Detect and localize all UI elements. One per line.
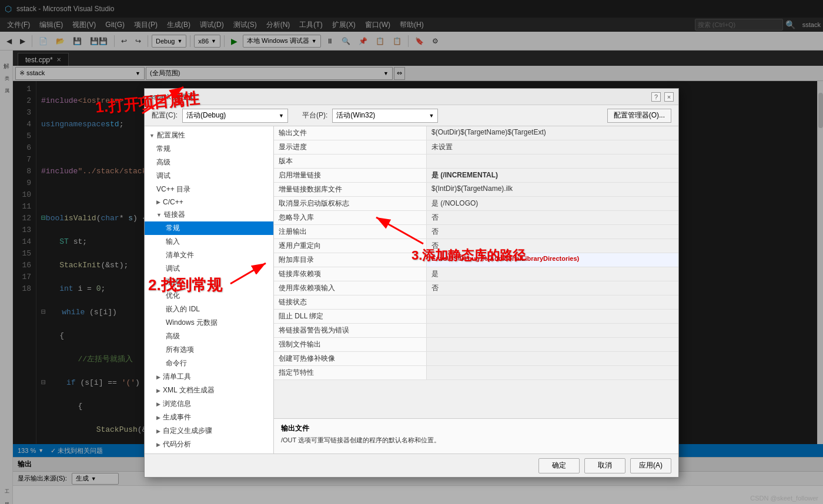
expand-arrow3: ▼	[156, 212, 162, 218]
config-label: 配置(C):	[152, 110, 178, 120]
prop-row-show-progress: 显示进度 未设置	[274, 140, 678, 154]
tree-item-idl[interactable]: 嵌入的 IDL	[145, 303, 273, 316]
platform-dropdown2[interactable]: 活动(Win32) ▼	[332, 109, 438, 123]
tree-item-system[interactable]: 系统	[145, 275, 273, 289]
expand-arrow2: ▶	[156, 199, 160, 205]
tree-item-linker-debug[interactable]: 调试	[145, 262, 273, 275]
prop-row-ilk: 增量链接数据库文件 $(IntDir)$(TargetName).ilk	[274, 183, 678, 197]
prop-row-incremental: 启用增量链接 是 (/INCREMENTAL)	[274, 169, 678, 183]
prop-row-ignore-import: 忽略导入库 否	[274, 211, 678, 225]
platform-label: 平台(P):	[302, 110, 327, 120]
expand-arrow5: ▶	[156, 388, 160, 394]
props-grid: 输出文件 $(OutDir)$(TargetName)$(TargetExt) …	[274, 126, 678, 418]
ok-button[interactable]: 确定	[538, 458, 580, 473]
tree-item-all-options[interactable]: 所有选项	[145, 343, 273, 357]
prop-row-section: 指定节特性	[274, 366, 678, 380]
expand-arrow6: ▶	[156, 401, 160, 407]
prop-row-lib-dirs[interactable]: 附加库目录 E:\vs\DS\Debug;%(AdditionalLibrary…	[274, 253, 678, 267]
tree-item-manifest[interactable]: 清单文件	[145, 248, 273, 262]
expand-arrow: ▼	[149, 133, 155, 139]
tree-item-xml-gen[interactable]: ▶ XML 文档生成器	[145, 384, 273, 397]
dialog-controls: ? ×	[651, 92, 674, 102]
prop-row-nologo: 取消显示启动版权标志 是 (/NOLOGO)	[274, 197, 678, 211]
prop-row-output-file: 输出文件 $(OutDir)$(TargetName)$(TargetExt)	[274, 126, 678, 140]
props-panel: 输出文件 $(OutDir)$(TargetName)$(TargetExt) …	[274, 126, 678, 453]
prop-row-warn-as-error: 将链接器警告视为错误	[274, 324, 678, 338]
dialog-body: ▼ 配置属性 常规 高级 调试 VC++ 目录 ▶ C/C++	[145, 126, 678, 453]
tree-panel[interactable]: ▼ 配置属性 常规 高级 调试 VC++ 目录 ▶ C/C++	[145, 126, 274, 453]
chevron-down-icon9: ▼	[429, 113, 434, 119]
prop-row-hotpatch: 创建可热修补映像	[274, 352, 678, 366]
expand-arrow9: ▶	[156, 442, 160, 448]
prop-row-prevent-dll: 阻止 DLL 绑定	[274, 310, 678, 324]
prop-row-link-deps: 链接库依赖项 是	[274, 267, 678, 281]
tree-item-vc-dirs[interactable]: VC++ 目录	[145, 183, 273, 196]
prop-row-register-output: 注册输出 否	[274, 225, 678, 239]
dialog-footer: 确定 取消 应用(A)	[145, 453, 678, 477]
tree-item-linker-advanced[interactable]: 高级	[145, 330, 273, 343]
prop-row-per-user: 逐用户重定向 否	[274, 239, 678, 253]
tree-item-linker-general[interactable]: 常规	[145, 221, 273, 235]
tree-item-cmdline[interactable]: 命令行	[145, 357, 273, 370]
prop-row-link-status: 链接状态	[274, 295, 678, 310]
tree-item-custom-build[interactable]: ▶ 自定义生成步骤	[145, 424, 273, 438]
chevron-down-icon8: ▼	[279, 113, 284, 119]
config-dropdown[interactable]: 活动(Debug) ▼	[182, 109, 288, 123]
dialog-overlay: sstack 属性页 ? × 配置(C): 活动(Debug) ▼ 平台(P):…	[0, 0, 823, 504]
info-title: 输出文件	[281, 424, 671, 434]
properties-dialog: sstack 属性页 ? × 配置(C): 活动(Debug) ▼ 平台(P):…	[144, 88, 679, 478]
dialog-help-btn[interactable]: ?	[651, 92, 661, 102]
prop-row-force-file: 强制文件输出	[274, 338, 678, 352]
tree-item-cpp[interactable]: ▶ C/C++	[145, 196, 273, 208]
config-manager-btn[interactable]: 配置管理器(O)...	[607, 109, 671, 123]
prop-row-version: 版本	[274, 154, 678, 169]
info-panel: 输出文件 /OUT 选项可重写链接器创建的程序的默认名称和位置。	[274, 418, 678, 453]
tree-item-advanced[interactable]: 高级	[145, 156, 273, 169]
tree-item-browse[interactable]: ▶ 浏览信息	[145, 397, 273, 411]
tree-item-config-props[interactable]: ▼ 配置属性	[145, 129, 273, 142]
tree-item-linker-input[interactable]: 输入	[145, 235, 273, 248]
dialog-close-btn[interactable]: ×	[664, 92, 674, 102]
dialog-title: sstack 属性页	[149, 92, 196, 102]
tree-item-general[interactable]: 常规	[145, 142, 273, 156]
dialog-title-bar: sstack 属性页 ? ×	[145, 89, 678, 105]
expand-arrow7: ▶	[156, 415, 160, 421]
tree-item-optimize[interactable]: 优化	[145, 289, 273, 303]
apply-button[interactable]: 应用(A)	[630, 458, 671, 473]
tree-item-build-events[interactable]: ▶ 生成事件	[145, 411, 273, 424]
prop-row-use-lib-input: 使用库依赖项输入 否	[274, 281, 678, 295]
tree-item-linker[interactable]: ▼ 链接器	[145, 208, 273, 221]
tree-item-winmeta[interactable]: Windows 元数据	[145, 316, 273, 330]
info-text: /OUT 选项可重写链接器创建的程序的默认名称和位置。	[281, 436, 671, 445]
tree-item-code-analysis[interactable]: ▶ 代码分析	[145, 438, 273, 451]
cancel-button[interactable]: 取消	[584, 458, 625, 473]
tree-item-debug[interactable]: 调试	[145, 169, 273, 183]
expand-arrow4: ▶	[156, 374, 160, 380]
tree-item-manifest-tool[interactable]: ▶ 清单工具	[145, 370, 273, 384]
dialog-config-bar: 配置(C): 活动(Debug) ▼ 平台(P): 活动(Win32) ▼ 配置…	[145, 105, 678, 126]
expand-arrow8: ▶	[156, 428, 160, 434]
